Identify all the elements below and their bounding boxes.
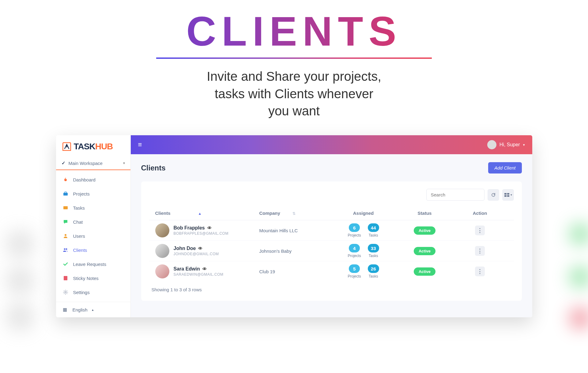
nav-label: Clients	[73, 248, 87, 253]
check-icon	[63, 261, 68, 267]
page-header: Clients Add Client	[131, 154, 532, 179]
client-avatar	[155, 264, 169, 278]
hero-title: CLIENTS	[0, 8, 588, 55]
card-icon	[63, 205, 68, 211]
decorative-blob	[570, 223, 588, 245]
app-window: TASKHUB ✓ Main Workspace ▾ DashboardProj…	[56, 135, 532, 317]
hero-subtitle: Invite and Share your projects, tasks wi…	[0, 68, 588, 120]
hamburger-icon[interactable]: ≡	[138, 141, 142, 149]
projects-stat: 5Projects	[348, 264, 361, 278]
client-avatar	[155, 244, 169, 258]
table-row: John Doe 👁JOHNDOE@GMAIL.COMJohnson's Bab…	[149, 241, 514, 261]
decorative-blob	[6, 266, 35, 295]
sidebar-item-leave-requests[interactable]: Leave Requests	[56, 257, 130, 271]
action-cell: ⋮	[452, 267, 508, 276]
nav-label: Tasks	[73, 205, 85, 211]
table-row: Sara Edwin 👁SARAEDWIN@GMAIL.COMClub 195P…	[149, 261, 514, 282]
client-name[interactable]: Bob Frapples 👁	[174, 225, 228, 231]
hero-sub-line: you want	[0, 103, 588, 120]
svg-point-6	[65, 292, 66, 293]
status-cell: Active	[397, 226, 452, 235]
client-cell: Bob Frapples 👁BOBFRAPPLES@GMAIL.COM	[155, 223, 259, 237]
hero-sub-line: tasks with Clients whenever	[0, 85, 588, 103]
projects-label: Projects	[348, 254, 361, 258]
eye-icon: 👁	[202, 267, 207, 271]
nav-label: Settings	[73, 290, 90, 295]
logo-text: TASKHUB	[74, 142, 113, 151]
table-body: Bob Frapples 👁BOBFRAPPLES@GMAIL.COMMount…	[149, 220, 514, 282]
tasks-stat: 44Tasks	[368, 223, 379, 237]
svg-rect-8	[507, 193, 509, 195]
sidebar-item-settings[interactable]: Settings	[56, 285, 130, 299]
sidebar-item-users[interactable]: Users	[56, 229, 130, 243]
svg-rect-9	[504, 195, 507, 197]
eye-icon: 👁	[198, 246, 202, 251]
projects-stat: 4Projects	[348, 244, 361, 258]
briefcase-icon	[63, 191, 68, 196]
decorative-blob	[6, 302, 35, 331]
projects-label: Projects	[348, 233, 361, 237]
language-selector[interactable]: ▦ English ▴	[56, 302, 130, 317]
nav-label: Users	[73, 233, 85, 239]
tasks-label: Tasks	[369, 274, 378, 278]
view-toggle-button[interactable]: ▾	[502, 189, 514, 201]
topbar-user[interactable]: Hi, Super ▾	[487, 140, 525, 149]
company-cell: Club 19	[259, 269, 330, 274]
nav-label: Projects	[73, 191, 90, 196]
sidebar-item-clients[interactable]: Clients	[56, 243, 130, 257]
user-icon	[63, 233, 68, 239]
refresh-icon	[491, 192, 496, 197]
svg-point-4	[66, 248, 67, 250]
nav-label: Chat	[73, 219, 83, 225]
tasks-count: 33	[368, 244, 379, 252]
sidebar: TASKHUB ✓ Main Workspace ▾ DashboardProj…	[56, 135, 131, 317]
workspace-selector[interactable]: ✓ Main Workspace ▾	[56, 157, 130, 170]
svg-point-3	[64, 248, 65, 250]
th-action: Action	[452, 211, 508, 216]
svg-rect-7	[504, 193, 507, 195]
client-email: BOBFRAPPLES@GMAIL.COM	[174, 231, 228, 236]
row-actions-button[interactable]: ⋮	[475, 267, 485, 276]
th-clients[interactable]: Clients▲	[155, 211, 259, 216]
sidebar-item-projects[interactable]: Projects	[56, 187, 130, 201]
content-card: ▾ Clients▲ Company⇅ Assigned Status Acti…	[141, 181, 522, 301]
tasks-stat: 33Tasks	[368, 244, 379, 258]
th-assigned: Assigned	[330, 211, 397, 216]
sort-asc-icon: ▲	[198, 211, 202, 216]
svg-rect-0	[63, 193, 68, 196]
client-cell: John Doe 👁JOHNDOE@GMAIL.COM	[155, 244, 259, 258]
nav-label: Leave Requests	[73, 262, 106, 267]
add-client-button[interactable]: Add Client	[488, 162, 522, 173]
note-icon	[63, 275, 68, 281]
table-header: Clients▲ Company⇅ Assigned Status Action	[149, 206, 514, 220]
nav-label: Sticky Notes	[73, 276, 99, 281]
client-name[interactable]: Sara Edwin 👁	[174, 266, 224, 272]
language-label: English	[73, 307, 88, 312]
assigned-cell: 5Projects26Tasks	[330, 264, 397, 278]
projects-count: 4	[349, 244, 360, 252]
sidebar-item-tasks[interactable]: Tasks	[56, 201, 130, 215]
row-actions-button[interactable]: ⋮	[475, 226, 485, 235]
tasks-label: Tasks	[369, 233, 378, 237]
nav-label: Dashboard	[73, 177, 96, 182]
status-cell: Active	[397, 247, 452, 255]
projects-count: 6	[349, 223, 360, 232]
sidebar-item-chat[interactable]: Chat	[56, 215, 130, 229]
status-badge: Active	[414, 247, 435, 255]
client-avatar	[155, 223, 169, 237]
row-actions-button[interactable]: ⋮	[475, 246, 485, 256]
gear-icon	[63, 289, 68, 295]
refresh-button[interactable]	[488, 189, 499, 201]
grid-icon	[504, 193, 510, 197]
hero-underline	[156, 58, 432, 59]
logo-icon	[62, 141, 72, 152]
th-company[interactable]: Company⇅	[259, 211, 330, 216]
client-name[interactable]: John Doe 👁	[174, 246, 219, 251]
tasks-count: 26	[368, 264, 379, 273]
search-input[interactable]	[426, 189, 484, 201]
caret-down-icon: ▾	[123, 161, 125, 165]
logo[interactable]: TASKHUB	[56, 135, 130, 157]
sidebar-item-sticky-notes[interactable]: Sticky Notes	[56, 271, 130, 285]
action-cell: ⋮	[452, 246, 508, 256]
sidebar-item-dashboard[interactable]: Dashboard	[56, 173, 130, 187]
